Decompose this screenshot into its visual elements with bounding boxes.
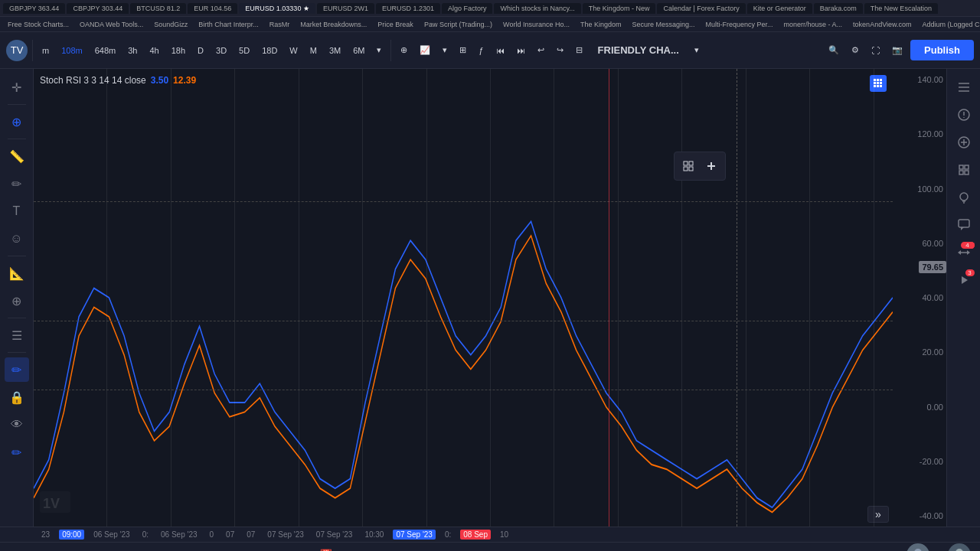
browser-tab-6[interactable]: EURUSD 2W1 — [317, 3, 374, 14]
indicators-btn[interactable]: ƒ — [474, 43, 488, 58]
timeframe-3m-btn[interactable]: 3M — [325, 43, 345, 58]
bookmark-12[interactable]: Multi-Frequency Per... — [703, 20, 776, 29]
alert-right-btn[interactable] — [952, 103, 976, 127]
browser-tab-11[interactable]: Calendar | Forex Factory — [657, 3, 745, 14]
add-indicator-right-btn[interactable] — [952, 130, 976, 155]
data-window-right-btn[interactable] — [952, 158, 976, 182]
timeframe-6m-btn[interactable]: 6M — [348, 43, 369, 58]
scroll-right-btn[interactable]: » — [867, 506, 889, 523]
timeframe-3h-btn[interactable]: 3h — [123, 43, 142, 58]
order-panel-btn[interactable]: 4 — [952, 240, 976, 265]
draw-active-btn[interactable]: ✏ — [5, 440, 29, 465]
pine-editor-tab[interactable]: Pine Editor — [570, 547, 628, 552]
calendar-btn[interactable]: 📅 — [315, 546, 337, 552]
strategy-tester-tab[interactable]: Strategy Tester — [640, 547, 714, 552]
bookmark-9[interactable]: World Insurance Ho... — [500, 20, 573, 29]
browser-tab-10[interactable]: The Kingdom - New — [583, 3, 656, 14]
context-add-btn[interactable] — [701, 155, 722, 177]
undo-btn[interactable]: ↩ — [533, 42, 549, 58]
browser-tab-9[interactable]: Which stocks in Nancy... — [494, 3, 580, 14]
drawing-btn[interactable]: ✏ — [5, 171, 29, 196]
browser-tab-12[interactable]: Kite or Generator — [747, 3, 812, 14]
period-5d-btn[interactable]: 5D — [42, 547, 63, 552]
avatar-bottom-2[interactable] — [948, 543, 971, 552]
chart-name-dropdown-btn[interactable]: ▾ — [690, 42, 704, 58]
bookmark-8[interactable]: Paw Script (Trading...) — [421, 20, 495, 29]
watchlist-right-btn[interactable] — [952, 75, 976, 99]
chart-type-btn[interactable]: 📈 — [415, 42, 435, 58]
timeframe-4h-btn[interactable]: 4h — [145, 43, 163, 58]
bookmark-4[interactable]: Birth Chart Interpr... — [195, 20, 262, 29]
emoji-btn[interactable]: ☺ — [5, 227, 29, 251]
period-1d-btn[interactable]: 1D — [9, 547, 30, 552]
bookmark-1[interactable]: Free Stock Charts... — [5, 20, 72, 29]
browser-tab-3[interactable]: BTCUSD 81.2 — [130, 3, 186, 14]
timeframe-18d-btn[interactable]: 18D — [257, 43, 282, 58]
add-drawing-btn[interactable]: ⊕ — [5, 289, 29, 313]
timeframe-5d-btn[interactable]: 5D — [234, 43, 254, 58]
lock-btn[interactable]: 🔒 — [5, 385, 29, 409]
snap-btn[interactable]: ⊟ — [571, 42, 587, 58]
context-grid-btn[interactable] — [678, 155, 699, 177]
browser-tab-5[interactable]: EURUSD 1.03330 ★ — [239, 3, 315, 14]
publish-button[interactable]: Publish — [910, 40, 974, 60]
bookmark-3[interactable]: SoundGizz — [151, 20, 191, 29]
bookmark-6[interactable]: Market Breakdowns... — [297, 20, 370, 29]
period-all-btn[interactable]: All — [283, 547, 302, 552]
bookmark-14[interactable]: tokenAndView.com — [850, 20, 914, 29]
drawing-active-btn[interactable]: ✏ — [5, 357, 29, 382]
eye-btn[interactable]: 👁 — [5, 412, 29, 437]
bookmark-2[interactable]: OANDA Web Tools... — [77, 20, 146, 29]
crosshair-tool-btn[interactable]: ⊕ — [396, 42, 412, 58]
timeframe-dropdown-btn[interactable]: ▾ — [372, 42, 386, 58]
screenshot-btn[interactable]: 📷 — [887, 42, 907, 58]
text-btn[interactable]: T — [5, 199, 29, 223]
cursor-tool-btn[interactable]: ✛ — [5, 75, 29, 99]
layout-btn[interactable]: ⊞ — [455, 42, 471, 58]
crypto-screener-tab[interactable]: Crypto Pairs Screener ▾ — [449, 547, 558, 552]
search-btn[interactable]: 🔍 — [824, 42, 844, 58]
browser-tab-13[interactable]: Baraka.com — [814, 3, 863, 14]
bookmark-13[interactable]: monerr/house - A... — [781, 20, 846, 29]
user-avatar[interactable]: TV — [6, 40, 28, 61]
replay-fwd-btn[interactable]: ⏭ — [512, 43, 530, 58]
browser-tab-8[interactable]: Algo Factory — [442, 3, 493, 14]
bookmark-11[interactable]: Secure Messaging... — [629, 20, 697, 29]
redo-btn[interactable]: ↪ — [552, 42, 568, 58]
timeframe-3d-btn[interactable]: 3D — [211, 43, 231, 58]
timeframe-108m-btn[interactable]: 108m — [57, 43, 87, 58]
timeframe-d-btn[interactable]: D — [193, 43, 208, 58]
period-1m-btn[interactable]: 1M — [76, 547, 98, 552]
bookmark-15[interactable]: Addium (Logged C...) — [920, 20, 981, 29]
period-6m-btn[interactable]: 6M — [144, 547, 166, 552]
browser-tab-14[interactable]: The New Escalation — [864, 3, 938, 14]
timeframe-w-btn[interactable]: W — [285, 43, 302, 58]
fullscreen-btn[interactable]: ⛶ — [867, 43, 884, 58]
bookmark-7[interactable]: Price Break — [374, 20, 416, 29]
bookmark-5[interactable]: RasMr — [266, 20, 293, 29]
avatar-bottom-1[interactable] — [906, 543, 929, 552]
timeframe-648m-btn[interactable]: 648m — [90, 43, 121, 58]
period-3m-btn[interactable]: 3M — [109, 547, 132, 552]
settings-btn[interactable]: ⚙ — [847, 42, 864, 58]
trading-panel-tab[interactable]: Trading Panel — [726, 547, 795, 552]
trend-line-btn[interactable]: 📏 — [5, 144, 29, 168]
period-5y-btn[interactable]: 5Y — [250, 547, 271, 552]
bookmark-10[interactable]: The Kingdom — [577, 20, 625, 29]
ideas-right-btn[interactable] — [952, 185, 976, 210]
watchlist-left-btn[interactable]: ☰ — [5, 323, 29, 347]
timeframe-18h-btn[interactable]: 18h — [167, 43, 190, 58]
crosshair-left-btn[interactable]: ⊕ — [5, 109, 29, 134]
ruler-btn[interactable]: 📐 — [5, 261, 29, 285]
replay-btn[interactable]: ⏮ — [492, 43, 509, 58]
period-1y-btn[interactable]: 1Y — [218, 547, 239, 552]
replay-right-btn[interactable]: 3 — [952, 268, 976, 292]
browser-tab-4[interactable]: EUR 104.56 — [188, 3, 237, 14]
browser-tab-2[interactable]: CBPJPY 303.44 — [67, 3, 129, 14]
chart-type-dropdown-btn[interactable]: ▾ — [438, 42, 452, 58]
timeframe-m2-btn[interactable]: M — [305, 43, 322, 58]
chat-right-btn[interactable] — [952, 213, 976, 237]
browser-tab-1[interactable]: GBPJPY 363.44 — [3, 3, 65, 14]
timeframe-m-btn[interactable]: m — [38, 43, 54, 58]
period-ytd-btn[interactable]: YTD — [178, 547, 206, 552]
